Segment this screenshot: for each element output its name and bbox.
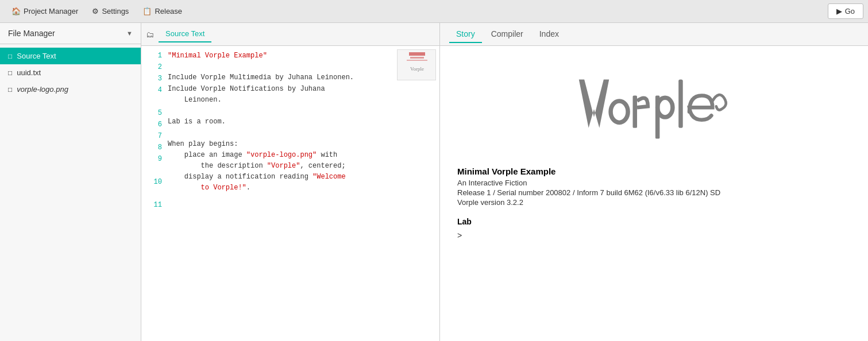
- sidebar-items: □ Source Text □ uuid.txt □ vorple-logo.p…: [0, 44, 141, 101]
- vorple-logo: [568, 63, 740, 155]
- sidebar-title: File Manager: [8, 29, 55, 38]
- file-icon-uuid: □: [8, 69, 12, 77]
- story-release: Release 1 / Serial number 200802 / Infor…: [457, 188, 851, 197]
- editor-tab-source-text[interactable]: Source Text: [159, 26, 211, 42]
- ln-9: 9: [146, 154, 162, 177]
- tab-compiler-label: Compiler: [491, 29, 523, 38]
- dropdown-icon[interactable]: ▼: [126, 30, 133, 37]
- tab-story-label: Story: [456, 29, 475, 38]
- ln-8: 8: [146, 142, 162, 154]
- svg-rect-2: [410, 57, 424, 59]
- file-icon-logo: □: [8, 86, 12, 94]
- ln-2: 2: [146, 62, 162, 73]
- ln-1: 1: [146, 51, 162, 62]
- file-icon-source: □: [8, 52, 12, 60]
- ln-10: 10: [146, 177, 162, 200]
- project-manager-nav[interactable]: 🏠 Project Manager: [5, 3, 85, 19]
- settings-nav[interactable]: ⚙ Settings: [85, 3, 136, 19]
- ln-3: 3: [146, 73, 162, 85]
- go-icon: ▶: [836, 7, 842, 16]
- editor-content: 1 2 3 4 5 6 7 8 9 10 11 "Minimal Vorple …: [141, 46, 439, 341]
- preview-tab-bar: Story Compiler Index: [440, 23, 868, 46]
- editor-tab-bar: 🗂 Source Text: [141, 23, 439, 46]
- tab-compiler[interactable]: Compiler: [484, 26, 530, 43]
- sidebar-item-label-logo: vorple-logo.png: [17, 85, 68, 94]
- sidebar: File Manager ▼ □ Source Text □ uuid.txt …: [0, 23, 141, 341]
- svg-rect-6: [632, 96, 637, 128]
- story-room: Lab: [457, 217, 851, 226]
- svg-rect-3: [407, 60, 427, 61]
- thumbnail-preview: Vorple: [397, 49, 436, 80]
- story-version: Vorple version 3.2.2: [457, 198, 851, 207]
- story-prompt[interactable]: >: [457, 231, 851, 240]
- folder-icon: 🗂: [146, 30, 154, 39]
- sidebar-item-vorple-logo[interactable]: □ vorple-logo.png: [0, 81, 141, 98]
- svg-rect-1: [409, 52, 425, 56]
- release-nav[interactable]: 📋 Release: [136, 3, 189, 19]
- editor-tab-label: Source Text: [165, 29, 205, 38]
- svg-point-5: [611, 101, 628, 123]
- sidebar-item-uuid[interactable]: □ uuid.txt: [0, 64, 141, 81]
- ln-5: 5: [146, 108, 162, 119]
- home-icon: 🏠: [11, 7, 21, 16]
- go-button[interactable]: ▶ Go: [828, 3, 863, 19]
- story-title: Minimal Vorple Example: [457, 166, 851, 176]
- project-manager-label: Project Manager: [24, 7, 78, 16]
- ln-4: 4: [146, 85, 162, 108]
- sidebar-item-label-uuid: uuid.txt: [17, 68, 41, 77]
- svg-rect-9: [678, 79, 683, 127]
- svg-text:Vorple: Vorple: [410, 66, 424, 72]
- gear-icon: ⚙: [92, 7, 99, 16]
- ln-7: 7: [146, 131, 162, 142]
- release-icon: 📋: [142, 7, 152, 16]
- preview-panel: Story Compiler Index: [440, 23, 868, 341]
- line-numbers: 1 2 3 4 5 6 7 8 9 10 11: [141, 46, 168, 341]
- svg-point-8: [657, 98, 672, 117]
- settings-label: Settings: [102, 7, 129, 16]
- code-editor[interactable]: "Minimal Vorple Example" Include Vorple …: [168, 46, 439, 341]
- sidebar-item-source-text[interactable]: □ Source Text: [0, 48, 141, 64]
- ln-6: 6: [146, 119, 162, 131]
- preview-content: Minimal Vorple Example An Interactive Fi…: [440, 46, 868, 341]
- story-subtitle: An Interactive Fiction: [457, 179, 851, 187]
- editor-area: 🗂 Source Text 1 2 3 4 5 6 7 8 9 10 11 "M…: [141, 23, 440, 341]
- tab-index[interactable]: Index: [533, 26, 566, 43]
- ln-11: 11: [146, 200, 162, 211]
- main-layout: File Manager ▼ □ Source Text □ uuid.txt …: [0, 23, 868, 341]
- sidebar-header: File Manager ▼: [0, 23, 141, 44]
- sidebar-item-label-source: Source Text: [17, 52, 56, 60]
- top-nav: 🏠 Project Manager ⚙ Settings 📋 Release ▶…: [0, 0, 868, 23]
- go-label: Go: [845, 7, 855, 16]
- release-label: Release: [155, 7, 182, 16]
- tab-story[interactable]: Story: [449, 26, 482, 43]
- tab-index-label: Index: [539, 29, 559, 38]
